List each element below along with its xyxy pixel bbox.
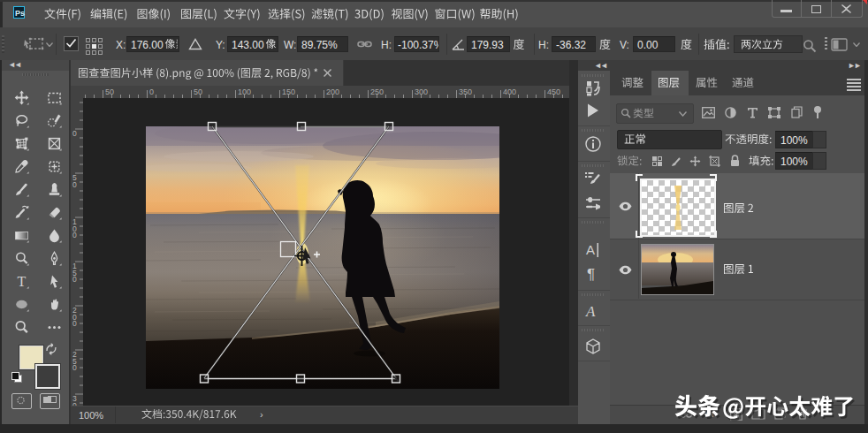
svg-text:A: A xyxy=(585,303,596,320)
svg-text:0: 0 xyxy=(72,275,77,284)
svg-text:50: 50 xyxy=(105,87,114,96)
svg-text:T: T xyxy=(17,274,26,289)
svg-text:0: 0 xyxy=(72,363,77,372)
svg-text:50: 50 xyxy=(194,87,202,96)
svg-text:A: A xyxy=(586,242,595,257)
svg-text:¶: ¶ xyxy=(587,266,595,283)
svg-text:0: 0 xyxy=(72,180,77,189)
svg-text:0: 0 xyxy=(72,231,77,239)
svg-text:0: 0 xyxy=(72,319,77,328)
svg-text:0: 0 xyxy=(149,87,154,96)
svg-text:0: 0 xyxy=(72,129,77,138)
